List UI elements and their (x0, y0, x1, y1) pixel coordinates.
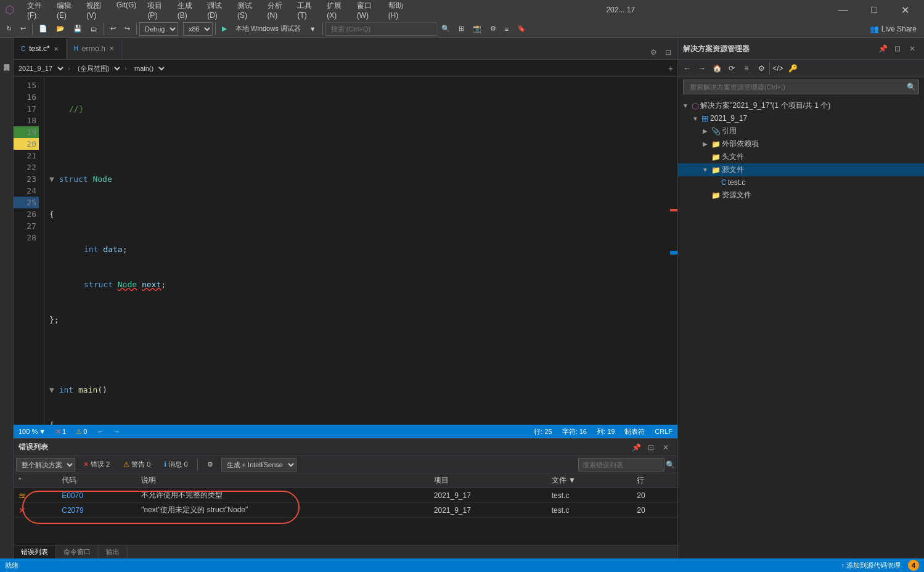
undo-button[interactable]: ↩ (17, 23, 30, 34)
toolbar-misc-3[interactable]: ⚙ (486, 23, 500, 34)
scope-select[interactable]: 整个解决方案 (16, 458, 75, 472)
editor-scrollbar[interactable] (669, 77, 677, 425)
code-content[interactable]: //} ▼ struct Node { int data; struct Nod… (44, 77, 669, 425)
error-row-0[interactable]: ≋ E0070 不允许使用不完整的类型 2021_9_17 test.c 20 (14, 488, 677, 503)
error-search-button[interactable]: 🔍 (666, 460, 675, 469)
run-button[interactable]: ▶ (218, 23, 231, 34)
notification-badge[interactable]: 4 (908, 560, 919, 571)
tab-output[interactable]: 输出 (99, 545, 128, 559)
se-property-button[interactable]: 🔑 (786, 62, 799, 75)
zoom-item[interactable]: 100 % ▼ (18, 428, 46, 435)
toolbar-misc-2[interactable]: 📸 (469, 23, 485, 34)
menu-item-X[interactable]: 扩展(X) (322, 0, 350, 22)
menu-item-V[interactable]: 视图(V) (81, 0, 110, 22)
tree-solution-root[interactable]: ▼ ⬡ 解决方案"2021_9_17"(1 个项目/共 1 个) (678, 99, 924, 112)
panel-dock-button[interactable]: ⊡ (644, 441, 658, 454)
tree-header-files[interactable]: ▶ 📁 头文件 (678, 150, 924, 163)
se-back-button[interactable]: ← (681, 62, 694, 75)
minimize-button[interactable]: — (829, 0, 857, 20)
se-pin-button[interactable]: 📌 (876, 42, 889, 55)
tab-error-list[interactable]: 错误列表 (14, 545, 56, 559)
redo-edit-button[interactable]: ↪ (121, 23, 134, 34)
scrollbar-marker-cursor (670, 251, 677, 255)
se-settings-button[interactable]: ⚙ (754, 62, 768, 75)
warn-count-badge[interactable]: ⚠ 警告 0 (118, 458, 156, 471)
toolbar-misc-5[interactable]: 🔖 (513, 23, 529, 34)
error-count-badge[interactable]: ✕ 错误 2 (78, 458, 115, 471)
build-filter-badge[interactable]: ⚙ (202, 459, 219, 470)
menu-item-N[interactable]: 分析(N) (263, 0, 292, 22)
global-search-button[interactable]: 🔍 (438, 23, 454, 34)
global-search-input[interactable] (325, 22, 436, 36)
panel-pin-button[interactable]: 📌 (629, 441, 643, 454)
error-search-input[interactable] (578, 458, 664, 472)
line-num-25: 25 (14, 197, 39, 208)
se-collapse-button[interactable]: ≡ (740, 62, 753, 75)
menu-item-E[interactable]: 编辑(E) (52, 0, 80, 22)
run-dropdown-button[interactable]: ▼ (306, 24, 320, 34)
resource-files-icon: 📁 (711, 191, 721, 200)
scope-selector[interactable]: (全局范围) (73, 61, 122, 76)
nav-back-item[interactable]: ← (97, 428, 104, 435)
window-title: 202... 17 (417, 6, 825, 14)
open-file-button[interactable]: 📂 (52, 23, 68, 34)
new-file-button[interactable]: 📄 (35, 23, 51, 34)
tab-test-c[interactable]: C test.c* ✕ (14, 38, 67, 59)
tree-resource-files[interactable]: ▶ 📁 资源文件 (678, 189, 924, 202)
tree-external-deps[interactable]: ▶ 📁 外部依赖项 (678, 137, 924, 150)
build-select[interactable]: 生成 + IntelliSense (221, 458, 296, 472)
platform-select[interactable]: x86 (183, 22, 213, 36)
menu-item-W[interactable]: 窗口(W) (352, 0, 382, 22)
save-all-button[interactable]: 🗂 (87, 24, 101, 34)
menu-item-F[interactable]: 文件(F) (22, 0, 51, 22)
save-button[interactable]: 💾 (70, 23, 86, 34)
se-sync-button[interactable]: ⟳ (725, 62, 738, 75)
run-label[interactable]: 本地 Windows 调试器 (232, 23, 305, 35)
collapse-17[interactable]: ▼ (49, 173, 59, 185)
tree-references[interactable]: ▶ 📎 引用 (678, 125, 924, 137)
menu-item-D[interactable]: 调试(D) (202, 0, 231, 22)
tab-test-c-close[interactable]: ✕ (54, 46, 59, 52)
add-source-control-button[interactable]: ↑ 添加到源代码管理 (841, 561, 901, 570)
menu-item-B[interactable]: 生成(B) (173, 0, 201, 22)
zoom-dropdown[interactable]: ▼ (39, 428, 46, 435)
menu-item-T[interactable]: 工具(T) (292, 0, 321, 22)
error-count-item[interactable]: ✕ 1 (55, 428, 66, 436)
collapse-23[interactable]: ▼ (49, 384, 59, 396)
se-close-button[interactable]: ✕ (906, 42, 919, 55)
add-line-button[interactable]: + (664, 62, 677, 75)
toolbar-misc-1[interactable]: ⊞ (455, 23, 468, 34)
menu-item-P[interactable]: 项目(P) (142, 0, 171, 22)
side-icon-solution[interactable]: 解决方案资源管理器 (1, 41, 13, 78)
tab-errno-h-close[interactable]: ✕ (109, 45, 114, 52)
close-button[interactable]: ✕ (891, 0, 919, 20)
error-row-1[interactable]: ✕ C2079 "next"使用未定义的 struct"Node" 2021_9… (14, 503, 677, 518)
undo-edit-button[interactable]: ↩ (107, 23, 120, 34)
se-home-button[interactable]: 🏠 (710, 62, 724, 75)
tab-errno-h[interactable]: H errno.h ✕ (67, 38, 122, 59)
menu-item-GitG[interactable]: Git(G) (112, 0, 142, 22)
tab-settings-button[interactable]: ⚙ (647, 46, 660, 59)
tree-source-files[interactable]: ▼ 📁 源文件 (678, 163, 924, 176)
tab-split-button[interactable]: ⊡ (661, 46, 675, 59)
se-code-button[interactable]: </> (771, 62, 785, 75)
tab-command-window[interactable]: 命令窗口 (56, 545, 99, 559)
tree-test-c[interactable]: ▶ C test.c (678, 176, 924, 189)
maximize-button[interactable]: □ (860, 0, 888, 20)
menu-item-H[interactable]: 帮助(H) (383, 0, 412, 22)
tree-project[interactable]: ▼ ⊞ 2021_9_17 (678, 112, 924, 125)
se-dock-button[interactable]: ⊡ (891, 42, 904, 55)
back-button[interactable]: ↻ (2, 23, 15, 34)
debug-config-select[interactable]: Debug (139, 22, 178, 36)
se-fwd-button[interactable]: → (695, 62, 709, 75)
warn-count-item[interactable]: ⚠ 0 (76, 428, 87, 436)
live-share-button[interactable]: 👥 Live Share (865, 23, 922, 35)
se-search-input[interactable] (686, 80, 907, 94)
info-count-badge[interactable]: ℹ 消息 0 (158, 458, 193, 471)
menu-item-S[interactable]: 测试(S) (232, 0, 261, 22)
symbol-selector[interactable]: main() (129, 61, 166, 76)
toolbar-misc-4[interactable]: ≡ (501, 24, 512, 34)
panel-close-button[interactable]: ✕ (659, 441, 673, 454)
file-selector[interactable]: 2021_9_17 (14, 61, 65, 76)
nav-fwd-item[interactable]: → (113, 428, 120, 435)
